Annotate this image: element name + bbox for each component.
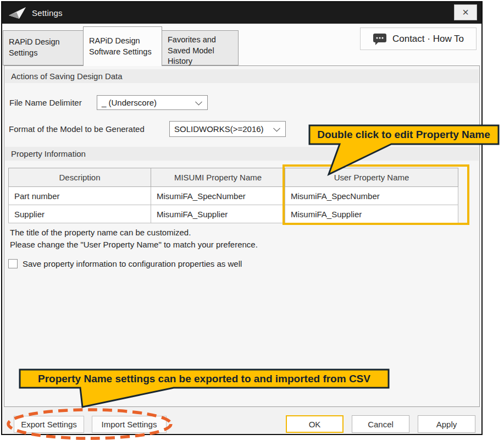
paper-plane-icon (9, 7, 26, 19)
button-label: Import Settings (102, 420, 157, 429)
speech-bubble-icon (373, 32, 387, 46)
cell-description: Supplier (9, 205, 151, 223)
selected-value: SOLIDWORKS(>=2016) (174, 124, 264, 134)
chevron-down-icon (273, 124, 280, 131)
table-row: Supplier MisumiFA_Supplier MisumiFA_Supp… (9, 205, 458, 223)
property-table: Description MISUMI Property Name User Pr… (8, 168, 458, 223)
close-button[interactable]: × (454, 4, 477, 20)
apply-button[interactable]: Apply (418, 415, 475, 433)
button-label: OK (309, 420, 321, 429)
note-line-1: The title of the property name can be cu… (10, 228, 191, 237)
col-description: Description (9, 168, 151, 187)
close-icon: × (462, 6, 469, 19)
cancel-button[interactable]: Cancel (352, 415, 409, 433)
col-misumi-property-name: MISUMI Property Name (151, 168, 285, 187)
tab-rapid-design-settings[interactable]: RAPiD Design Settings (3, 30, 84, 65)
file-name-delimiter-label: File Name Delimiter (9, 95, 82, 110)
cell-user-name[interactable]: MisumiFA_Supplier (285, 205, 458, 223)
cell-misumi-name: MisumiFA_Supplier (151, 205, 285, 223)
ok-button[interactable]: OK (286, 415, 344, 433)
window-title: Settings (32, 8, 63, 18)
title-bar: Settings (2, 2, 481, 24)
table-row: Part number MisumiFA_SpecNumber MisumiFA… (9, 187, 458, 205)
screenshot-stage: Settings × RAPiD Design Settings RAPiD D… (0, 0, 504, 440)
file-name-delimiter-select[interactable]: _ (Underscore) (97, 95, 208, 110)
cell-user-name[interactable]: MisumiFA_SpecNumber (285, 187, 458, 205)
import-settings-button[interactable]: Import Settings (92, 416, 167, 433)
tab-favorites-saved-model-history[interactable]: Favorites and Saved Model History (162, 30, 239, 65)
tab-label: RAPiD Design Settings (9, 37, 77, 58)
button-label: Cancel (368, 420, 394, 429)
cell-description: Part number (9, 187, 151, 205)
section-title: Property Information (11, 149, 86, 158)
col-user-property-name: User Property Name (285, 168, 458, 187)
button-label: Apply (436, 420, 457, 429)
note-line-2: Please change the "User Property Name" t… (10, 240, 258, 249)
selected-value: _ (Underscore) (102, 98, 157, 107)
tab-rapid-design-software-settings[interactable]: RAPiD Design Software Settings (83, 26, 162, 66)
save-config-checkbox-label: Save property information to configurati… (23, 259, 242, 268)
contact-how-to-button[interactable]: Contact · How To (360, 28, 477, 50)
save-config-checkbox[interactable] (8, 259, 18, 268)
export-settings-button[interactable]: Export Settings (14, 416, 84, 433)
chevron-down-icon (195, 98, 202, 105)
model-format-label: Format of the Model to be Generated (9, 121, 145, 137)
cell-misumi-name: MisumiFA_SpecNumber (151, 187, 285, 205)
section-title: Actions of Saving Design Data (11, 72, 123, 81)
button-label: Export Settings (21, 420, 77, 429)
tab-label: Favorites and Saved Model History (168, 35, 232, 67)
model-format-select[interactable]: SOLIDWORKS(>=2016) (169, 121, 286, 137)
table-header-row: Description MISUMI Property Name User Pr… (9, 168, 458, 187)
contact-label: Contact · How To (392, 34, 464, 45)
section-property-information: Property Information (5, 147, 479, 161)
tab-label: RAPiD Design Software Settings (89, 36, 156, 57)
section-actions-of-saving: Actions of Saving Design Data (5, 69, 479, 83)
